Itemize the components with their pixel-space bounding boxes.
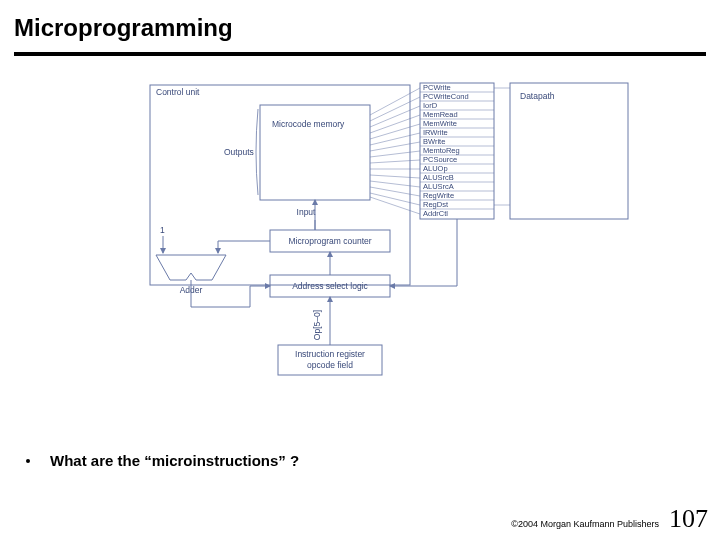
label-instr-reg-2: opcode field bbox=[307, 360, 353, 370]
svg-line-43 bbox=[370, 175, 420, 178]
bullet-text: What are the “microinstructions” ? bbox=[50, 452, 299, 469]
page-number: 107 bbox=[669, 504, 708, 534]
label-outputs: Outputs bbox=[224, 147, 254, 157]
svg-text:ALUSrcB: ALUSrcB bbox=[423, 173, 454, 182]
svg-line-47 bbox=[370, 197, 420, 214]
svg-text:BWrite: BWrite bbox=[423, 137, 445, 146]
svg-line-41 bbox=[370, 160, 420, 163]
svg-text:AddrCtl: AddrCtl bbox=[423, 209, 448, 218]
label-control-unit: Control unit bbox=[156, 87, 200, 97]
svg-text:PCWriteCond: PCWriteCond bbox=[423, 92, 469, 101]
label-one: 1 bbox=[160, 225, 165, 235]
svg-text:PCWrite: PCWrite bbox=[423, 83, 451, 92]
svg-text:RegDst: RegDst bbox=[423, 200, 449, 209]
svg-text:MemWrite: MemWrite bbox=[423, 119, 457, 128]
svg-text:PCSource: PCSource bbox=[423, 155, 457, 164]
label-microprogram-counter: Microprogram counter bbox=[288, 236, 371, 246]
label-input: Input bbox=[297, 207, 317, 217]
page-title: Microprogramming bbox=[0, 0, 720, 48]
svg-text:ALUSrcA: ALUSrcA bbox=[423, 182, 454, 191]
title-rule bbox=[14, 52, 706, 56]
label-instr-reg-1: Instruction register bbox=[295, 349, 365, 359]
svg-line-44 bbox=[370, 181, 420, 187]
svg-text:RegWrite: RegWrite bbox=[423, 191, 454, 200]
label-microcode-memory: Microcode memory bbox=[272, 119, 345, 129]
svg-line-33 bbox=[370, 88, 420, 115]
label-op-field: Op[5–0] bbox=[312, 310, 322, 340]
svg-text:IorD: IorD bbox=[423, 101, 438, 110]
copyright: ©2004 Morgan Kaufmann Publishers bbox=[511, 519, 659, 529]
signal-list: PCWrite PCWriteCond IorD MemRead MemWrit… bbox=[420, 83, 494, 218]
bullet-dot-icon bbox=[26, 459, 30, 463]
svg-text:MemtoReg: MemtoReg bbox=[423, 146, 460, 155]
svg-text:ALUOp: ALUOp bbox=[423, 164, 448, 173]
svg-rect-48 bbox=[510, 83, 628, 219]
svg-line-37 bbox=[370, 124, 420, 139]
adder-shape bbox=[156, 255, 226, 280]
label-address-select: Address select logic bbox=[292, 281, 368, 291]
microprogramming-diagram: Control unit Microcode memory Outputs In… bbox=[130, 75, 650, 415]
label-datapath: Datapath bbox=[520, 91, 555, 101]
bullet-row: What are the “microinstructions” ? bbox=[26, 452, 299, 469]
footer: ©2004 Morgan Kaufmann Publishers 107 bbox=[511, 504, 708, 534]
svg-text:IRWrite: IRWrite bbox=[423, 128, 448, 137]
svg-text:MemRead: MemRead bbox=[423, 110, 458, 119]
svg-line-40 bbox=[370, 151, 420, 157]
